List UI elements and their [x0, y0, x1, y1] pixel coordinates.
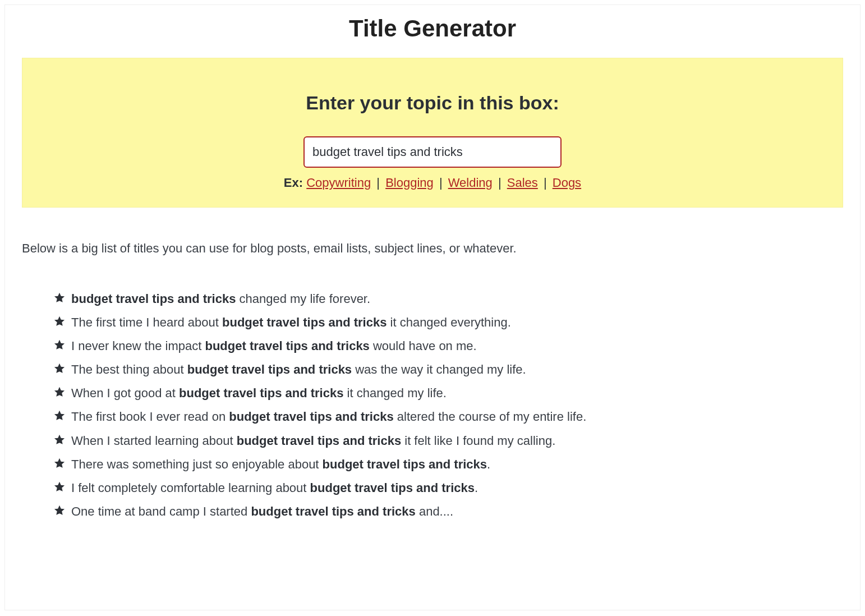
- generated-title-list: budget travel tips and tricks changed my…: [22, 289, 843, 521]
- star-icon[interactable]: [53, 361, 66, 374]
- star-icon[interactable]: [53, 291, 66, 303]
- example-link-copywriting[interactable]: Copywriting: [306, 176, 371, 190]
- list-item: One time at band camp I started budget t…: [53, 502, 843, 521]
- title-topic: budget travel tips and tricks: [205, 339, 369, 353]
- example-link-welding[interactable]: Welding: [448, 176, 493, 190]
- list-item: budget travel tips and tricks changed my…: [53, 289, 843, 309]
- title-before-text: When I got good at: [71, 386, 179, 400]
- examples-row: Ex: Copywriting | Blogging | Welding | S…: [34, 176, 831, 190]
- title-before-text: There was something just so enjoyable ab…: [71, 457, 323, 471]
- list-item: The first book I ever read on budget tra…: [53, 407, 843, 426]
- example-link-sales[interactable]: Sales: [507, 176, 538, 190]
- example-label: Ex:: [284, 176, 303, 190]
- example-link-blogging[interactable]: Blogging: [385, 176, 434, 190]
- list-item: The first time I heard about budget trav…: [53, 313, 843, 332]
- title-after-text: changed my life forever.: [236, 292, 370, 306]
- list-item: When I started learning about budget tra…: [53, 431, 843, 450]
- topic-heading: Enter your topic in this box:: [34, 92, 831, 114]
- title-after-text: .: [475, 481, 478, 495]
- title-topic: budget travel tips and tricks: [323, 457, 487, 471]
- title-before-text: When I started learning about: [71, 434, 237, 448]
- list-item: I never knew the impact budget travel ti…: [53, 337, 843, 356]
- title-after-text: and....: [416, 504, 453, 518]
- separator: |: [498, 176, 505, 190]
- page-container: Title Generator Enter your topic in this…: [4, 4, 861, 610]
- star-icon[interactable]: [53, 385, 66, 397]
- star-icon[interactable]: [53, 408, 66, 421]
- intro-text: Below is a big list of titles you can us…: [22, 241, 843, 256]
- separator: |: [376, 176, 383, 190]
- title-after-text: altered the course of my entire life.: [394, 410, 587, 424]
- list-item: There was something just so enjoyable ab…: [53, 455, 843, 474]
- title-before-text: The first time I heard about: [71, 315, 222, 329]
- list-item: When I got good at budget travel tips an…: [53, 384, 843, 403]
- title-topic: budget travel tips and tricks: [251, 504, 415, 518]
- title-before-text: I felt completely comfortable learning a…: [71, 481, 310, 495]
- star-icon[interactable]: [53, 480, 66, 492]
- title-after-text: .: [487, 457, 490, 471]
- title-before-text: The best thing about: [71, 362, 187, 376]
- topic-entry-box: Enter your topic in this box: Ex: Copywr…: [22, 58, 843, 208]
- star-icon[interactable]: [53, 338, 66, 350]
- title-topic: budget travel tips and tricks: [187, 362, 352, 376]
- title-before-text: I never knew the impact: [71, 339, 205, 353]
- title-topic: budget travel tips and tricks: [222, 315, 387, 329]
- title-after-text: it changed my life.: [343, 386, 446, 400]
- title-topic: budget travel tips and tricks: [310, 481, 475, 495]
- star-icon[interactable]: [53, 433, 66, 445]
- separator: |: [544, 176, 550, 190]
- title-after-text: it changed everything.: [387, 315, 510, 329]
- example-link-dogs[interactable]: Dogs: [553, 176, 581, 190]
- star-icon[interactable]: [53, 503, 66, 516]
- topic-input[interactable]: [303, 136, 562, 168]
- star-icon[interactable]: [53, 456, 66, 468]
- list-item: I felt completely comfortable learning a…: [53, 479, 843, 498]
- separator: |: [439, 176, 446, 190]
- title-topic: budget travel tips and tricks: [229, 410, 393, 424]
- title-topic: budget travel tips and tricks: [71, 292, 236, 306]
- title-topic: budget travel tips and tricks: [237, 434, 401, 448]
- title-after-text: was the way it changed my life.: [352, 362, 526, 376]
- title-before-text: One time at band camp I started: [71, 504, 251, 518]
- list-item: The best thing about budget travel tips …: [53, 360, 843, 379]
- title-after-text: it felt like I found my calling.: [401, 434, 555, 448]
- title-before-text: The first book I ever read on: [71, 410, 229, 424]
- title-after-text: would have on me.: [370, 339, 477, 353]
- title-topic: budget travel tips and tricks: [179, 386, 343, 400]
- star-icon[interactable]: [53, 314, 66, 327]
- page-title: Title Generator: [22, 15, 843, 42]
